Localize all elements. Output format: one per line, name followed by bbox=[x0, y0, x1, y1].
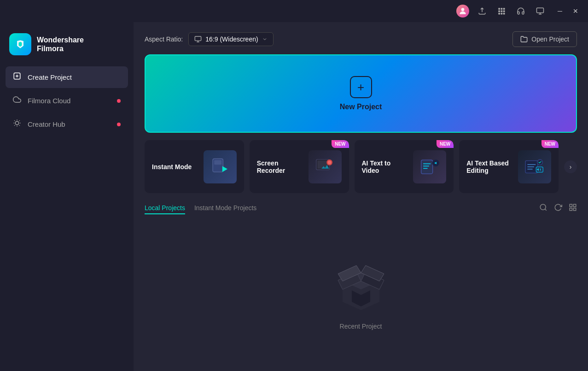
svg-point-0 bbox=[461, 8, 465, 11]
svg-rect-20 bbox=[421, 160, 433, 174]
sidebar-item-creator-hub[interactable]: Creator Hub bbox=[6, 113, 128, 135]
empty-state: Recent Project bbox=[145, 222, 577, 362]
svg-rect-3 bbox=[503, 8, 505, 10]
upload-icon[interactable] bbox=[476, 5, 489, 18]
empty-state-label: Recent Project bbox=[340, 323, 382, 330]
mode-card-ai-text-to-video[interactable]: NEW AI Text to Video bbox=[355, 140, 454, 193]
screen-recorder-image bbox=[309, 150, 342, 183]
settings-icon[interactable] bbox=[534, 5, 547, 18]
open-project-button[interactable]: Open Project bbox=[512, 31, 577, 47]
mode-card-screen-recorder[interactable]: NEW Screen Recorder bbox=[250, 140, 349, 193]
mode-card-ai-text-based-editing[interactable]: NEW AI Text Based Editing bbox=[459, 140, 559, 193]
svg-rect-28 bbox=[570, 208, 572, 211]
scroll-right-arrow[interactable]: › bbox=[564, 160, 577, 173]
new-project-label: New Project bbox=[340, 103, 382, 111]
apps-icon[interactable] bbox=[495, 5, 508, 18]
headset-icon[interactable] bbox=[514, 5, 527, 18]
aspect-bar: Aspect Ratio: 16:9 (Widescreen) Open Pro… bbox=[145, 31, 577, 47]
sidebar-item-create-project[interactable]: Create Project bbox=[6, 66, 128, 88]
cloud-icon bbox=[13, 95, 21, 106]
svg-rect-4 bbox=[498, 11, 500, 12]
sidebar-item-filmora-cloud[interactable]: Filmora Cloud bbox=[6, 90, 128, 112]
tab-local-projects[interactable]: Local Projects bbox=[145, 202, 185, 214]
create-project-icon bbox=[13, 72, 21, 82]
instant-mode-label: Instant Mode bbox=[152, 163, 198, 171]
svg-rect-29 bbox=[574, 208, 576, 211]
ai-text-to-video-label: AI Text to Video bbox=[362, 159, 408, 174]
aspect-ratio-label: Aspect Ratio: bbox=[145, 35, 183, 43]
svg-rect-5 bbox=[501, 11, 503, 12]
aspect-ratio-select[interactable]: 16:9 (Widescreen) bbox=[188, 32, 273, 46]
chevron-down-icon bbox=[262, 36, 268, 42]
grid-view-icon[interactable] bbox=[569, 203, 577, 213]
svg-rect-26 bbox=[570, 204, 572, 206]
svg-point-12 bbox=[15, 121, 19, 125]
mode-cards: Instant Mode NEW Screen Recorder bbox=[145, 140, 577, 193]
sidebar-nav: Create Project Filmora Cloud Creator Hub bbox=[0, 66, 134, 135]
ai-text-to-video-badge: NEW bbox=[437, 140, 454, 148]
svg-point-25 bbox=[540, 204, 546, 210]
creator-notification-dot bbox=[117, 123, 121, 126]
svg-rect-10 bbox=[537, 8, 544, 13]
sidebar-item-label-creator: Creator Hub bbox=[28, 120, 65, 128]
sidebar-item-label-cloud: Filmora Cloud bbox=[28, 97, 70, 105]
sidebar: Wondershare Filmora Create Project bbox=[0, 22, 134, 371]
main-layout: Wondershare Filmora Create Project bbox=[0, 22, 588, 371]
svg-point-19 bbox=[327, 160, 331, 164]
window-controls: ─ ✕ bbox=[555, 6, 581, 16]
brand-name-line1: Wondershare bbox=[37, 35, 84, 44]
aspect-ratio-value: 16:9 (Widescreen) bbox=[205, 35, 258, 43]
sidebar-item-label-create: Create Project bbox=[28, 73, 72, 81]
ai-text-to-video-image bbox=[413, 150, 446, 183]
open-project-label: Open Project bbox=[531, 35, 569, 43]
svg-rect-13 bbox=[195, 36, 201, 41]
new-project-banner[interactable]: + New Project bbox=[145, 54, 577, 133]
ai-text-based-editing-image bbox=[518, 150, 551, 183]
refresh-icon[interactable] bbox=[554, 203, 562, 213]
screen-recorder-badge: NEW bbox=[332, 140, 349, 148]
folder-icon bbox=[520, 35, 528, 43]
svg-rect-7 bbox=[498, 13, 500, 15]
new-project-plus-icon: + bbox=[350, 76, 372, 98]
empty-box-illustration bbox=[331, 253, 391, 313]
svg-rect-6 bbox=[503, 11, 505, 12]
brand-name-line2: Filmora bbox=[37, 44, 84, 53]
instant-mode-image bbox=[204, 150, 237, 183]
close-button[interactable]: ✕ bbox=[571, 6, 581, 16]
svg-rect-1 bbox=[498, 8, 500, 10]
user-avatar[interactable] bbox=[456, 5, 469, 18]
title-bar: ─ ✕ bbox=[0, 0, 588, 22]
ai-text-based-editing-label: AI Text Based Editing bbox=[466, 159, 512, 174]
svg-rect-9 bbox=[503, 13, 505, 15]
svg-rect-15 bbox=[214, 160, 221, 165]
projects-actions bbox=[539, 203, 577, 213]
monitor-icon bbox=[194, 35, 202, 43]
brand: Wondershare Filmora bbox=[0, 29, 134, 66]
minimize-button[interactable]: ─ bbox=[555, 6, 565, 16]
svg-rect-27 bbox=[574, 204, 576, 206]
ai-text-based-editing-badge: NEW bbox=[541, 140, 559, 148]
svg-rect-2 bbox=[501, 8, 503, 10]
brand-text: Wondershare Filmora bbox=[37, 35, 84, 53]
screen-recorder-label: Screen Recorder bbox=[257, 159, 303, 174]
projects-header: Local Projects Instant Mode Projects bbox=[145, 202, 577, 214]
search-icon[interactable] bbox=[539, 203, 547, 213]
cloud-notification-dot bbox=[117, 99, 121, 103]
creator-hub-icon bbox=[13, 119, 21, 130]
svg-rect-8 bbox=[501, 13, 503, 15]
brand-logo bbox=[9, 33, 31, 55]
tab-instant-mode-projects[interactable]: Instant Mode Projects bbox=[194, 202, 256, 214]
main-content: Aspect Ratio: 16:9 (Widescreen) Open Pro… bbox=[134, 22, 588, 371]
mode-card-instant[interactable]: Instant Mode bbox=[145, 140, 244, 193]
